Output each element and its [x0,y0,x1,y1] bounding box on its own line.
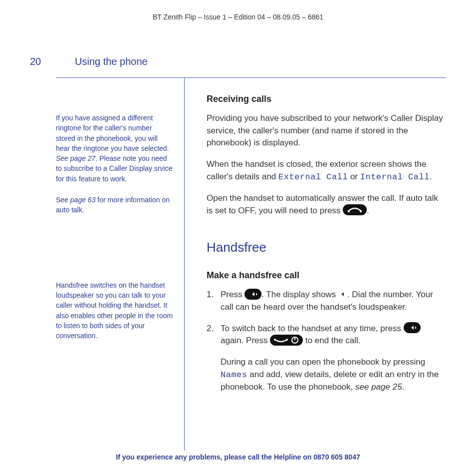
speaker-display-icon [338,290,347,298]
svg-rect-3 [415,327,416,329]
display-text-names: Names [221,370,247,380]
text: to end the call. [303,336,360,345]
page-number: 20 [30,56,75,67]
side-note-pre: See [56,196,70,204]
svg-rect-2 [256,293,257,295]
step-2: To switch back to the handset at any tim… [207,323,444,347]
footer-helpline: If you experience any problems, please c… [0,453,476,461]
text: Open the handset to automatically answer… [207,193,438,215]
display-text-internal-call: Internal Call [360,172,430,182]
text-end: . [402,382,405,392]
content-columns: If you have assigned a different rington… [56,78,446,451]
page-ref-63: page 63 [70,196,96,204]
section-title: Using the phone [75,56,148,67]
text: again. Press [221,336,270,345]
document-header: BT Zenith Flip – Issue 1 – Edition 04 – … [30,13,446,21]
side-note-text: If you have assigned a different rington… [56,114,169,152]
display-text-external-call: External Call [278,172,348,182]
page-ref-27: See page 27 [56,154,95,162]
heading-handsfree: Handsfree [207,240,444,255]
step-1: Press . The display shows . Dial the num… [207,289,444,313]
heading-receiving-calls: Receiving calls [207,94,444,104]
end-call-key-icon [270,335,303,346]
side-note-autotalk: See page 63 for more information on auto… [56,195,173,215]
text-end: . [430,172,432,181]
speaker-key-icon [244,289,261,300]
svg-point-5 [286,339,288,341]
paragraph-caller-display: Providing you have subscribed to your ne… [207,112,444,149]
svg-point-4 [274,339,276,341]
text: During a call you can open the phonebook… [221,357,425,367]
side-note-handsfree: Handsfree switches on the handset loudsp… [56,280,173,341]
speaker-key-icon [404,322,421,333]
main-content: Receiving calls Providing you have subsc… [185,78,446,451]
footer-text: If you experience any problems, please c… [116,453,313,461]
text: To switch back to the handset at any tim… [221,324,404,333]
page-ref-25: see page 25 [355,382,402,392]
heading-make-handsfree-call: Make a handsfree call [207,270,444,281]
text-or: or [348,172,360,181]
svg-point-0 [348,210,350,212]
steps-list: Press . The display shows . Dial the num… [207,289,444,347]
text: Press [221,290,244,299]
text: . The display shows [261,290,338,299]
text: and add, view details, delete or edit an… [221,370,439,392]
page-header-row: 20 Using the phone [30,56,446,67]
footer-phone-number: 0870 605 8047 [313,453,360,461]
talk-key-icon [343,204,367,215]
paragraph-auto-answer: Open the handset to automatically answer… [207,192,444,217]
side-note-ringtone: If you have assigned a different rington… [56,113,173,184]
step-phonebook-note: During a call you can open the phonebook… [207,356,444,394]
paragraph-exterior-screen: When the handset is closed, the exterior… [207,158,444,183]
sidebar: If you have assigned a different rington… [56,78,185,451]
text-end: . [367,206,369,215]
svg-point-1 [360,210,362,212]
